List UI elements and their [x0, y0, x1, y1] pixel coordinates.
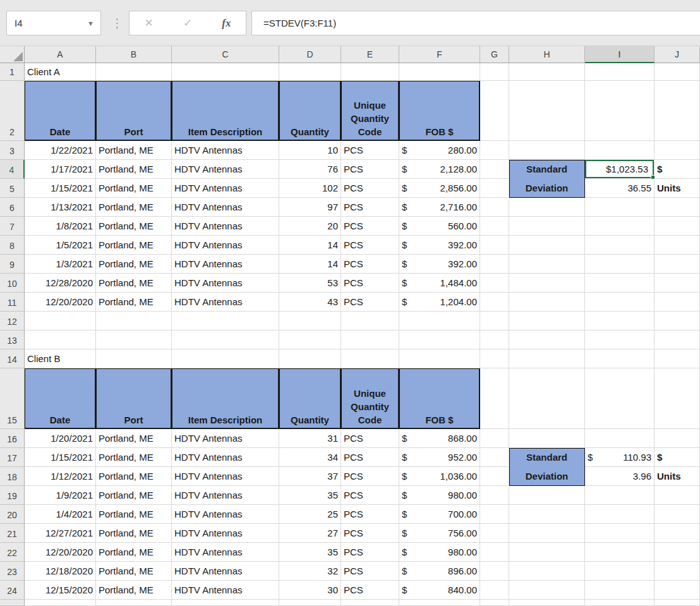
cell-H2[interactable]	[509, 81, 585, 141]
row-header-25-partial[interactable]	[0, 600, 25, 606]
cell-H3[interactable]	[509, 141, 585, 160]
cell-E2[interactable]: Unique Quantity Code	[341, 81, 399, 141]
cell-H15[interactable]	[509, 368, 585, 429]
cell-A25[interactable]	[25, 600, 96, 606]
cell-D6[interactable]: 97	[279, 198, 341, 217]
column-header-C[interactable]: C	[172, 46, 279, 63]
cell-I21[interactable]	[585, 524, 655, 543]
cell-J3[interactable]	[655, 141, 700, 160]
cell-B24[interactable]: Portland, ME	[96, 581, 172, 600]
column-header-D[interactable]: D	[279, 46, 341, 63]
cell-I20[interactable]	[585, 505, 655, 524]
cell-B23[interactable]: Portland, ME	[96, 562, 172, 581]
cell-J25[interactable]	[655, 600, 700, 606]
cell-J15[interactable]	[655, 368, 700, 429]
cell-B16[interactable]: Portland, ME	[96, 429, 172, 448]
cell-H17[interactable]: Standard	[509, 448, 585, 467]
cell-G18[interactable]	[480, 467, 509, 486]
cell-B25[interactable]	[96, 600, 172, 606]
cell-H18[interactable]: Deviation	[509, 467, 585, 486]
cell-F8[interactable]: $392.00	[399, 236, 480, 255]
cell-J23[interactable]	[655, 562, 700, 581]
cell-E5[interactable]: PCS	[341, 179, 399, 198]
cell-H5[interactable]: Deviation	[509, 179, 585, 198]
cell-I14[interactable]	[585, 349, 655, 368]
cell-A24[interactable]: 12/15/2020	[25, 581, 96, 600]
cell-I11[interactable]	[585, 293, 655, 312]
cell-B19[interactable]: Portland, ME	[96, 486, 172, 505]
cell-G14[interactable]	[480, 349, 509, 368]
cell-C1[interactable]	[172, 63, 279, 81]
cell-I12[interactable]	[585, 312, 655, 330]
row-header-14[interactable]: 14	[0, 349, 25, 368]
cell-G8[interactable]	[480, 236, 509, 255]
cell-G6[interactable]	[480, 198, 509, 217]
row-header-11[interactable]: 11	[0, 293, 25, 312]
select-all-corner[interactable]	[0, 46, 25, 63]
cell-F4[interactable]: $2,128.00	[399, 160, 480, 179]
cell-G4[interactable]	[480, 160, 509, 179]
cell-F12[interactable]	[399, 312, 480, 330]
cell-F22[interactable]: $980.00	[399, 543, 480, 562]
cell-G10[interactable]	[480, 274, 509, 293]
cell-F2[interactable]: FOB $	[399, 81, 480, 141]
cell-I18[interactable]: 3.96	[585, 467, 655, 486]
cell-C22[interactable]: HDTV Antennas	[172, 543, 279, 562]
cell-E15[interactable]: Unique Quantity Code	[341, 368, 399, 429]
cell-J2[interactable]	[655, 81, 700, 141]
cell-A22[interactable]: 12/20/2020	[25, 543, 96, 562]
cell-H21[interactable]	[509, 524, 585, 543]
cell-F11[interactable]: $1,204.00	[399, 293, 480, 312]
cell-D12[interactable]	[279, 312, 341, 330]
cell-G3[interactable]	[480, 141, 509, 160]
cell-H23[interactable]	[509, 562, 585, 581]
cell-I2[interactable]	[585, 81, 655, 141]
row-header-9[interactable]: 9	[0, 255, 25, 274]
cell-I16[interactable]	[585, 429, 655, 448]
cell-C19[interactable]: HDTV Antennas	[172, 486, 279, 505]
row-header-20[interactable]: 20	[0, 505, 25, 524]
cell-J22[interactable]	[655, 543, 700, 562]
cell-H24[interactable]	[509, 581, 585, 600]
cell-H12[interactable]	[509, 312, 585, 330]
cell-A19[interactable]: 1/9/2021	[25, 486, 96, 505]
cell-B6[interactable]: Portland, ME	[96, 198, 172, 217]
cell-H7[interactable]	[509, 217, 585, 236]
cancel-icon[interactable]: ✕	[145, 16, 154, 30]
cell-F18[interactable]: $1,036.00	[399, 467, 480, 486]
row-header-19[interactable]: 19	[0, 486, 25, 505]
cell-D10[interactable]: 53	[279, 274, 341, 293]
cell-C17[interactable]: HDTV Antennas	[172, 448, 279, 467]
cell-B18[interactable]: Portland, ME	[96, 467, 172, 486]
cell-G2[interactable]	[480, 81, 509, 141]
cell-D3[interactable]: 10	[279, 141, 341, 160]
cell-J18[interactable]: Units	[655, 467, 700, 486]
cell-I8[interactable]	[585, 236, 655, 255]
cell-G20[interactable]	[480, 505, 509, 524]
cell-F21[interactable]: $756.00	[399, 524, 480, 543]
cell-G25[interactable]	[480, 600, 509, 606]
column-header-H[interactable]: H	[509, 46, 585, 63]
cell-E25[interactable]	[341, 600, 399, 606]
cell-C25[interactable]	[172, 600, 279, 606]
cell-H11[interactable]	[509, 293, 585, 312]
cell-G24[interactable]	[480, 581, 509, 600]
cell-E17[interactable]: PCS	[341, 448, 399, 467]
fill-handle[interactable]	[651, 175, 655, 179]
cell-C14[interactable]	[172, 349, 279, 368]
cell-J12[interactable]	[655, 312, 700, 330]
cell-F15[interactable]: FOB $	[399, 368, 480, 429]
cell-B5[interactable]: Portland, ME	[96, 179, 172, 198]
row-header-18[interactable]: 18	[0, 467, 25, 486]
cell-D13[interactable]	[279, 330, 341, 349]
cell-B12[interactable]	[96, 312, 172, 330]
cell-C24[interactable]: HDTV Antennas	[172, 581, 279, 600]
cell-F16[interactable]: $868.00	[399, 429, 480, 448]
cell-J9[interactable]	[655, 255, 700, 274]
cell-F13[interactable]	[399, 330, 480, 349]
cell-E18[interactable]: PCS	[341, 467, 399, 486]
cell-D9[interactable]: 14	[279, 255, 341, 274]
cell-H14[interactable]	[509, 349, 585, 368]
cell-F17[interactable]: $952.00	[399, 448, 480, 467]
cell-C2[interactable]: Item Description	[172, 81, 279, 141]
